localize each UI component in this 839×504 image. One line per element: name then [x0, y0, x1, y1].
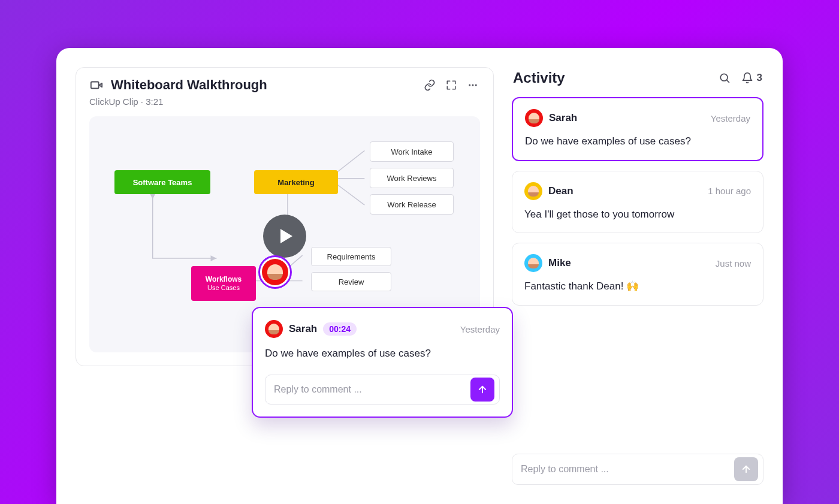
svg-point-3	[475, 84, 477, 86]
clip-title-row: Whiteboard Walkthrough	[89, 77, 480, 93]
diagram-node-work-reviews: Work Reviews	[370, 168, 454, 188]
svg-marker-4	[211, 255, 217, 261]
activity-reply-bar[interactable]	[512, 454, 763, 485]
activity-item-time: 1 hour ago	[708, 186, 751, 196]
search-icon[interactable]	[717, 71, 732, 85]
activity-item-name: Dean	[548, 185, 574, 197]
activity-item-name: Mike	[548, 257, 571, 269]
diagram-node-workflows: Workflows Use Cases	[191, 266, 256, 301]
comment-popup-reply-input[interactable]	[274, 384, 470, 395]
clip-title: Whiteboard Walkthrough	[111, 77, 267, 93]
activity-item[interactable]: SarahYesterdayDo we have examples of use…	[512, 97, 763, 161]
activity-title: Activity	[513, 70, 565, 86]
avatar	[524, 254, 542, 272]
activity-list: SarahYesterdayDo we have examples of use…	[512, 97, 763, 454]
diagram-node-requirements: Requirements	[311, 247, 391, 266]
avatar	[265, 320, 283, 338]
app-window: Whiteboard Walkthrough ClickUp Clip · 3:…	[56, 48, 783, 504]
svg-rect-0	[91, 82, 99, 89]
activity-item-name: Sarah	[549, 112, 577, 124]
comment-popup-body: Do we have examples of use cases?	[265, 346, 500, 361]
svg-point-7	[720, 74, 728, 81]
activity-item-header: MikeJust now	[524, 254, 751, 272]
comment-popup-name: Sarah	[289, 323, 317, 335]
notifications-button[interactable]: 3	[741, 72, 762, 84]
clip-column: Whiteboard Walkthrough ClickUp Clip · 3:…	[76, 67, 494, 485]
activity-panel: Activity 3 SarahYesterdayDo we have exam…	[512, 67, 763, 485]
svg-point-2	[472, 84, 474, 86]
activity-reply-input[interactable]	[521, 464, 734, 475]
comment-popup-time: Yesterday	[460, 324, 500, 334]
send-button[interactable]	[470, 378, 494, 402]
link-icon[interactable]	[422, 78, 437, 92]
activity-reply	[512, 454, 763, 485]
diagram-node-work-release: Work Release	[370, 194, 454, 215]
avatar	[525, 109, 543, 127]
activity-item-time: Yesterday	[711, 113, 750, 123]
diagram-node-marketing: Marketing	[254, 170, 338, 194]
diagram-node-work-intake: Work Intake	[370, 141, 454, 162]
marker-avatar[interactable]	[258, 255, 292, 289]
comment-popup-reply[interactable]	[265, 375, 500, 405]
clip-subtitle: ClickUp Clip · 3:21	[89, 96, 480, 107]
activity-item-body: Fantastic thank Dean! 🙌	[524, 279, 751, 294]
activity-item[interactable]: MikeJust nowFantastic thank Dean! 🙌	[512, 243, 763, 306]
more-icon[interactable]	[466, 78, 480, 92]
svg-point-1	[469, 84, 470, 86]
comment-popup-header: Sarah 00:24 Yesterday	[265, 320, 500, 338]
activity-header: Activity 3	[512, 67, 763, 97]
diagram-node-review: Review	[311, 272, 391, 291]
diagram-node-workflows-title: Workflows	[206, 275, 242, 284]
play-button[interactable]	[263, 215, 306, 258]
expand-icon[interactable]	[444, 78, 458, 92]
timestamp-pill[interactable]: 00:24	[323, 322, 357, 336]
camera-icon	[89, 78, 104, 92]
diagram-node-software-teams: Software Teams	[114, 170, 210, 194]
activity-item[interactable]: Dean1 hour agoYea I'll get those to you …	[512, 171, 763, 234]
notifications-count: 3	[757, 72, 762, 84]
send-button[interactable]	[734, 457, 758, 481]
avatar	[524, 182, 542, 200]
comment-popup: Sarah 00:24 Yesterday Do we have example…	[252, 307, 513, 418]
activity-item-header: Dean1 hour ago	[524, 182, 751, 200]
activity-item-header: SarahYesterday	[525, 109, 750, 127]
activity-item-time: Just now	[716, 258, 751, 268]
activity-item-body: Yea I'll get those to you tomorrow	[524, 207, 751, 222]
activity-item-body: Do we have examples of use cases?	[525, 134, 750, 149]
diagram-node-workflows-sub: Use Cases	[207, 284, 240, 292]
